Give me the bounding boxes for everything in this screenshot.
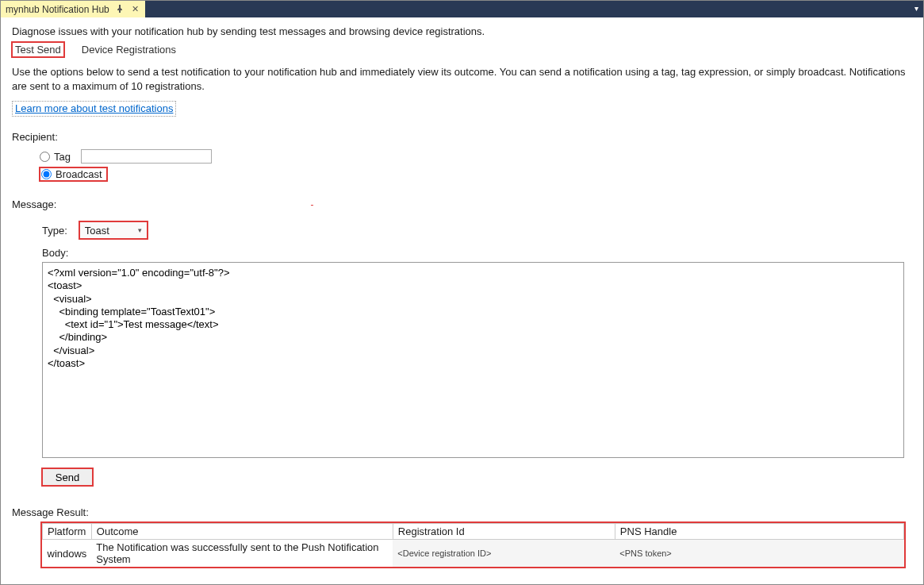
- tab-device-registrations[interactable]: Device Registrations: [79, 42, 179, 57]
- col-registration-id: Registration Id: [393, 524, 615, 540]
- type-label: Type:: [42, 225, 67, 237]
- recipient-label: Recipient:: [12, 131, 912, 143]
- close-icon[interactable]: ✕: [130, 4, 140, 14]
- titlebar-dropdown-icon[interactable]: ▾: [914, 4, 918, 13]
- type-select-value: Toast: [85, 225, 109, 237]
- learn-more-wrap: Learn more about test notifications: [12, 101, 176, 117]
- cell-outcome: The Notification was successfully sent t…: [91, 540, 393, 568]
- cell-pns-handle: <PNS token>: [615, 540, 903, 568]
- message-label: Message:: [12, 198, 56, 210]
- recipient-broadcast-row: Broadcast: [40, 165, 912, 183]
- red-marker-icon: -: [310, 199, 313, 210]
- chevron-down-icon: ▾: [138, 226, 142, 234]
- document-tab-label: mynhub Notification Hub: [6, 4, 109, 15]
- cell-registration-id: <Device registration ID>: [393, 540, 615, 568]
- pin-icon[interactable]: [114, 5, 125, 14]
- tabs-row: Test Send Device Registrations: [12, 42, 912, 57]
- tab-test-send[interactable]: Test Send: [12, 42, 64, 57]
- result-table-wrap: Platform Outcome Registration Id PNS Han…: [42, 523, 904, 567]
- document-tab[interactable]: mynhub Notification Hub ✕: [1, 1, 145, 17]
- learn-more-link[interactable]: Learn more about test notifications: [15, 102, 173, 114]
- col-platform: Platform: [43, 524, 92, 540]
- body-textarea[interactable]: [42, 262, 904, 458]
- recipient-tag-radio[interactable]: [40, 152, 50, 162]
- col-pns-handle: PNS Handle: [615, 524, 903, 540]
- send-button[interactable]: Send: [42, 468, 93, 486]
- recipient-broadcast-label: Broadcast: [56, 168, 102, 180]
- col-outcome: Outcome: [91, 524, 393, 540]
- result-label: Message Result:: [12, 506, 912, 518]
- recipient-broadcast-wrap: Broadcast: [40, 167, 107, 181]
- recipient-tag-row: Tag: [40, 148, 912, 165]
- recipient-tag-input[interactable]: [81, 149, 212, 164]
- table-row: windows The Notification was successfull…: [43, 540, 904, 568]
- intro-text: Diagnose issues with your notification h…: [12, 25, 912, 37]
- recipient-tag-label: Tag: [54, 151, 71, 163]
- window-titlebar: mynhub Notification Hub ✕ ▾: [1, 1, 923, 17]
- body-label: Body:: [12, 247, 912, 259]
- cell-platform: windows: [43, 540, 92, 568]
- help-paragraph: Use the options below to send a test not…: [12, 65, 912, 93]
- recipient-broadcast-radio[interactable]: [41, 169, 52, 179]
- result-table: Platform Outcome Registration Id PNS Han…: [42, 523, 904, 567]
- type-select[interactable]: Toast ▾: [79, 221, 148, 239]
